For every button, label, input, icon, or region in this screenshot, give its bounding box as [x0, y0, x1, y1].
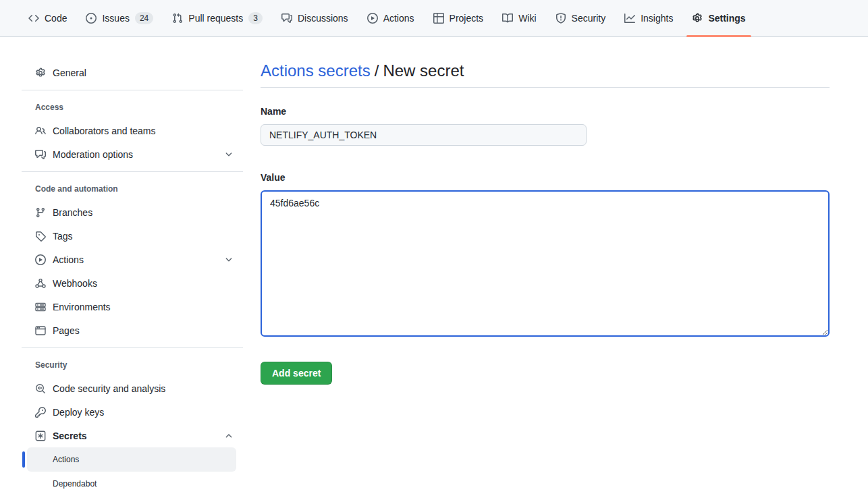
sidebar-item-label: Actions: [53, 254, 84, 265]
chevron-down-icon: [224, 255, 234, 265]
codescan-icon: [35, 383, 46, 394]
play-icon: [35, 254, 46, 265]
sidebar-item-label: Moderation options: [53, 149, 133, 160]
selected-item-accent-bar: [22, 451, 25, 468]
issue-opened-icon: [86, 13, 97, 24]
sidebar-item-label: Webhooks: [53, 278, 97, 289]
sidebar-subitem-dependabot-secrets[interactable]: Dependabot: [27, 472, 236, 496]
sidebar-item-moderation-options[interactable]: Moderation options: [22, 142, 243, 166]
breadcrumb-separator: /: [375, 61, 379, 80]
active-tab-indicator: [686, 35, 751, 37]
comment-discussion-icon: [35, 149, 46, 160]
shield-icon: [555, 13, 566, 24]
sidebar-item-label: Secrets: [53, 430, 87, 441]
git-branch-icon: [35, 207, 46, 218]
tab-insights[interactable]: Insights: [619, 0, 678, 36]
sidebar-item-label: Deploy keys: [53, 407, 104, 418]
server-icon: [35, 302, 46, 312]
git-pull-request-icon: [172, 13, 183, 24]
value-field-label: Value: [261, 171, 830, 185]
sidebar-item-label: Branches: [53, 207, 92, 218]
sidebar-item-pages[interactable]: Pages: [22, 318, 243, 342]
page-body: General Access Collaborators and teams M…: [0, 37, 868, 496]
key-icon: [35, 407, 46, 418]
tab-wiki[interactable]: Wiki: [497, 0, 541, 36]
tab-issues[interactable]: Issues 24: [80, 0, 159, 36]
sidebar-item-label: Collaborators and teams: [53, 126, 156, 136]
sidebar-item-label: Code security and analysis: [53, 383, 165, 394]
tab-label: Actions: [383, 13, 414, 24]
page-title: Actions secrets/New secret: [261, 61, 830, 88]
sidebar-section-code-and-automation: Code and automation: [22, 184, 243, 194]
breadcrumb-current: New secret: [383, 61, 464, 80]
chevron-down-icon: [224, 150, 234, 159]
sidebar-item-actions[interactable]: Actions: [22, 248, 243, 271]
tab-label: Pull requests: [188, 13, 243, 24]
tab-pull-requests[interactable]: Pull requests 3: [167, 0, 268, 36]
add-secret-button[interactable]: Add secret: [261, 362, 332, 385]
browser-icon: [35, 325, 46, 336]
gear-icon: [692, 13, 703, 24]
secret-value-textarea[interactable]: 45fd6ae56c: [261, 190, 830, 337]
tab-security[interactable]: Security: [550, 0, 612, 36]
play-icon: [367, 13, 378, 24]
sidebar-item-label: Tags: [53, 231, 73, 242]
name-field-group: Name: [261, 105, 830, 146]
sidebar-item-label: General: [53, 67, 86, 78]
tab-discussions[interactable]: Discussions: [276, 0, 354, 36]
comment-discussion-icon: [281, 13, 292, 24]
gear-icon: [35, 67, 46, 78]
sidebar-subitem-label: Actions: [53, 455, 79, 464]
sidebar-item-deploy-keys[interactable]: Deploy keys: [22, 400, 243, 424]
new-secret-form: Actions secrets/New secret Name Value 45…: [261, 61, 830, 496]
sidebar-item-webhooks[interactable]: Webhooks: [22, 271, 243, 295]
tab-label: Code: [45, 13, 67, 24]
sidebar-item-tags[interactable]: Tags: [22, 224, 243, 248]
sidebar-item-label: Pages: [53, 325, 80, 336]
sidebar-subitem-label: Dependabot: [53, 479, 97, 489]
tab-actions[interactable]: Actions: [362, 0, 420, 36]
tab-label: Projects: [450, 13, 484, 24]
table-icon: [433, 13, 444, 24]
sidebar-item-general[interactable]: General: [22, 61, 243, 84]
repo-nav: Code Issues 24 Pull requests 3 Discussio…: [0, 0, 868, 37]
tab-label: Insights: [641, 13, 673, 24]
sidebar-divider: [22, 90, 243, 90]
sidebar-item-label: Environments: [53, 302, 111, 312]
code-icon: [28, 13, 39, 24]
name-field-label: Name: [261, 105, 830, 119]
book-icon: [502, 13, 513, 24]
sidebar-section-security: Security: [22, 360, 243, 370]
pull-requests-count-badge: 3: [248, 12, 263, 24]
sidebar-item-code-security-and-analysis[interactable]: Code security and analysis: [22, 377, 243, 400]
graph-icon: [624, 13, 635, 24]
settings-sidebar: General Access Collaborators and teams M…: [22, 61, 243, 496]
sidebar-item-environments[interactable]: Environments: [22, 295, 243, 318]
chevron-up-icon: [224, 431, 234, 441]
tab-code[interactable]: Code: [23, 0, 72, 36]
sidebar-item-secrets[interactable]: Secrets: [22, 424, 243, 447]
sidebar-subitem-actions-secrets[interactable]: Actions: [27, 447, 236, 472]
webhook-icon: [35, 278, 46, 289]
sidebar-item-branches[interactable]: Branches: [22, 200, 243, 224]
breadcrumb-actions-secrets-link[interactable]: Actions secrets: [261, 61, 371, 80]
sidebar-section-access: Access: [22, 103, 243, 112]
tab-label: Discussions: [298, 13, 348, 24]
value-field-group: Value 45fd6ae56c: [261, 171, 830, 339]
sidebar-divider: [22, 348, 243, 348]
tab-label: Wiki: [518, 13, 536, 24]
sidebar-divider: [22, 171, 243, 172]
tab-label: Settings: [708, 13, 745, 24]
secret-name-input[interactable]: [261, 124, 587, 146]
tag-icon: [35, 231, 46, 242]
sidebar-item-collaborators-and-teams[interactable]: Collaborators and teams: [22, 119, 243, 142]
people-icon: [35, 126, 46, 136]
tab-settings[interactable]: Settings: [686, 0, 751, 36]
tab-label: Issues: [102, 13, 129, 24]
tab-label: Security: [572, 13, 606, 24]
tab-projects[interactable]: Projects: [428, 0, 489, 36]
key-asterisk-icon: [35, 430, 46, 441]
issues-count-badge: 24: [135, 12, 153, 24]
